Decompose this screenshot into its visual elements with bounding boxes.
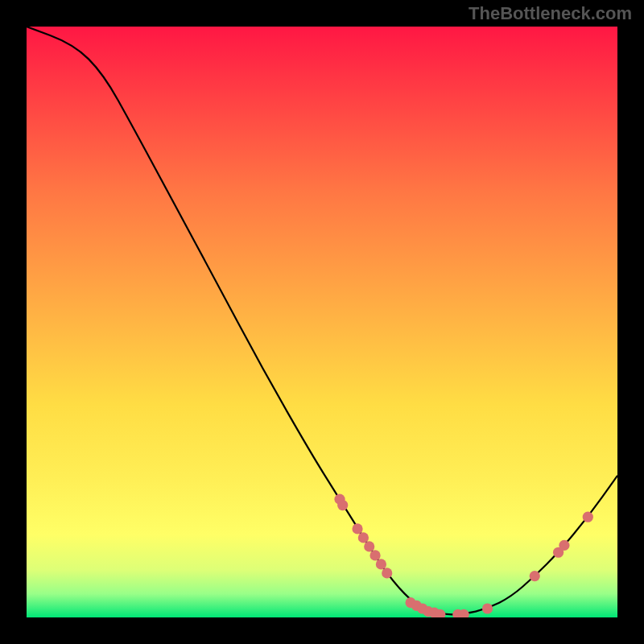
data-marker xyxy=(364,541,374,551)
data-marker xyxy=(482,603,493,613)
data-marker xyxy=(369,550,380,560)
data-marker xyxy=(358,532,369,543)
data-marker xyxy=(352,523,362,534)
data-marker xyxy=(382,568,392,578)
data-marker xyxy=(559,540,569,551)
attribution-text: TheBottleneck.com xyxy=(469,3,632,24)
bottleneck-curve xyxy=(27,27,617,614)
chart-container: TheBottleneck.com xyxy=(0,0,644,644)
data-marker xyxy=(583,512,593,522)
plot-area xyxy=(27,27,617,617)
data-marker xyxy=(337,500,348,510)
data-marker xyxy=(530,571,540,581)
data-marker xyxy=(376,559,386,569)
markers-group xyxy=(334,494,592,617)
curve-svg xyxy=(27,27,617,617)
